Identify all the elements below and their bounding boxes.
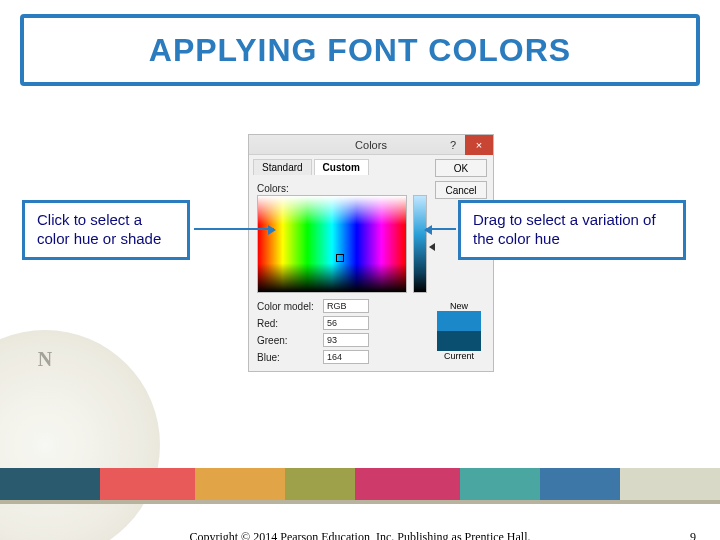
slide-title-frame: APPLYING FONT COLORS	[20, 14, 700, 86]
tab-custom[interactable]: Custom	[314, 159, 369, 175]
lightness-slider[interactable]	[413, 195, 427, 293]
blue-label: Blue:	[257, 352, 323, 363]
hue-cursor-icon[interactable]	[336, 254, 344, 262]
red-input[interactable]: 56	[323, 316, 369, 330]
tab-standard[interactable]: Standard	[253, 159, 312, 175]
arrow-left-icon	[194, 228, 274, 230]
callout-left: Click to select a color hue or shade	[22, 200, 190, 260]
green-input[interactable]: 93	[323, 333, 369, 347]
arrow-right-icon	[426, 228, 456, 230]
slide-title: APPLYING FONT COLORS	[149, 32, 571, 69]
lightness-thumb-icon[interactable]	[429, 243, 435, 251]
green-label: Green:	[257, 335, 323, 346]
divider-bar	[0, 500, 720, 504]
copyright-text: Copyright © 2014 Pearson Education, Inc.…	[0, 530, 720, 540]
color-preview: New Current	[437, 301, 481, 361]
color-model-select[interactable]: RGB	[323, 299, 369, 313]
help-button[interactable]: ?	[443, 135, 463, 155]
hue-field[interactable]	[257, 195, 407, 293]
cancel-button[interactable]: Cancel	[435, 181, 487, 199]
color-stripe	[0, 468, 720, 500]
preview-new-swatch	[437, 311, 481, 331]
compass-decoration	[0, 330, 160, 540]
colors-label: Colors:	[257, 183, 289, 194]
blue-input[interactable]: 164	[323, 350, 369, 364]
red-label: Red:	[257, 318, 323, 329]
preview-new-label: New	[437, 301, 481, 311]
callout-right: Drag to select a variation of the color …	[458, 200, 686, 260]
color-model-fields: Color model: RGB Red: 56 Green: 93 Blue:…	[257, 299, 369, 367]
preview-current-swatch	[437, 331, 481, 351]
page-number: 9	[690, 530, 696, 540]
ok-button[interactable]: OK	[435, 159, 487, 177]
close-button[interactable]: ×	[465, 135, 493, 155]
preview-current-label: Current	[437, 351, 481, 361]
dialog-titlebar: Colors ? ×	[249, 135, 493, 155]
color-model-label: Color model:	[257, 301, 323, 312]
